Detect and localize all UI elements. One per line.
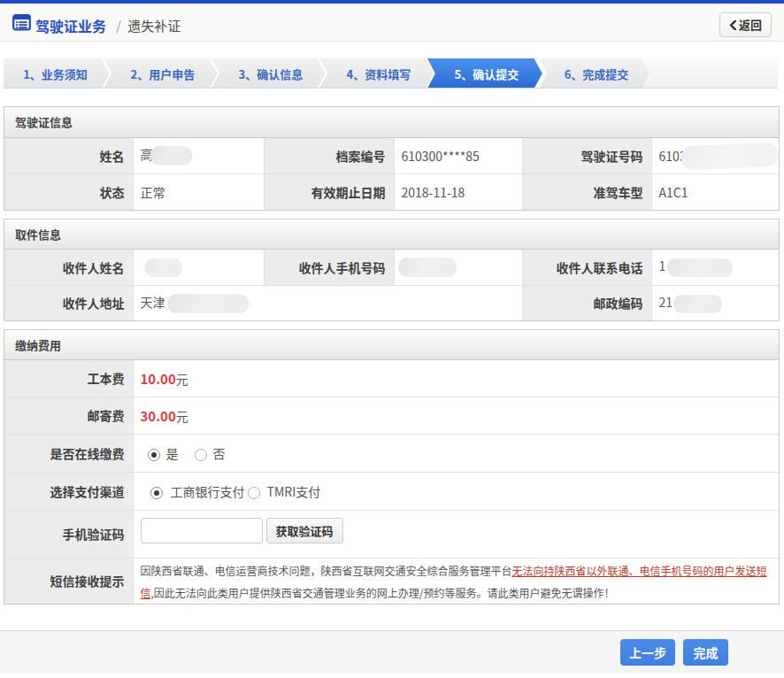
svg-text:5、确认提交: 5、确认提交 [455,65,519,82]
svg-text:1、业务须知: 1、业务须知 [23,65,88,82]
svg-text:4、资料填写: 4、资料填写 [347,65,411,82]
svg-text:6、完成提交: 6、完成提交 [565,65,629,82]
svg-text:2、用户申告: 2、用户申告 [131,65,196,82]
svg-text:3、确认信息: 3、确认信息 [239,65,304,82]
